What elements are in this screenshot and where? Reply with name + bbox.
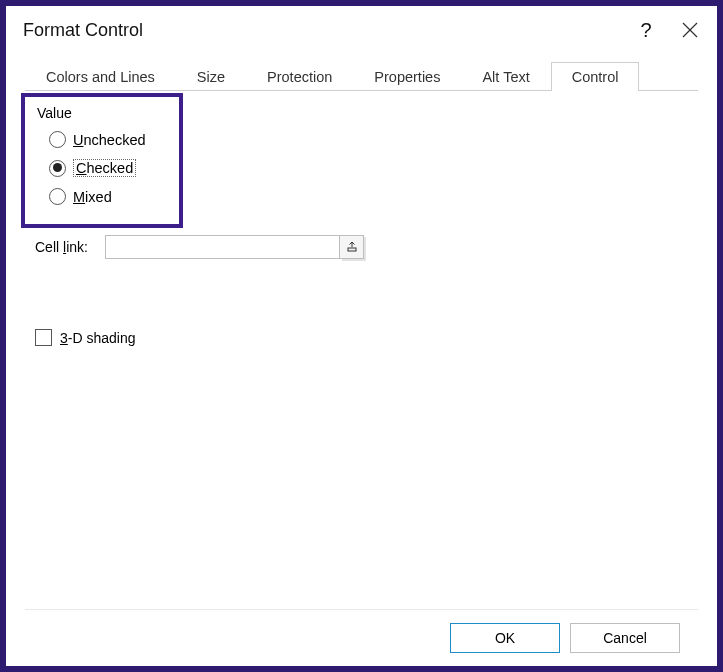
- value-section-label: Value: [35, 105, 692, 121]
- cell-link-row: Cell link:: [31, 235, 692, 259]
- close-button[interactable]: [668, 10, 712, 50]
- value-section: Value Unchecked Checked Mixed: [31, 101, 692, 205]
- radio-checked[interactable]: Checked: [49, 159, 692, 177]
- refedit-button[interactable]: [340, 235, 364, 259]
- tab-control[interactable]: Control: [551, 62, 640, 91]
- close-icon: [682, 22, 698, 38]
- refedit-icon: [346, 241, 358, 253]
- cell-link-input[interactable]: [105, 235, 340, 259]
- radio-input-icon: [49, 160, 66, 177]
- shading-label: 3-D shading: [60, 330, 136, 346]
- radio-unchecked[interactable]: Unchecked: [49, 131, 692, 148]
- tab-content-control: Value Unchecked Checked Mixed: [25, 91, 698, 609]
- cancel-button[interactable]: Cancel: [570, 623, 680, 653]
- radio-input-icon: [49, 188, 66, 205]
- tab-properties[interactable]: Properties: [353, 62, 461, 91]
- radio-input-icon: [49, 131, 66, 148]
- radio-checked-label: Checked: [73, 159, 136, 177]
- shading-row[interactable]: 3-D shading: [31, 329, 692, 346]
- tab-strip: Colors and Lines Size Protection Propert…: [25, 59, 698, 91]
- dialog-footer: OK Cancel: [25, 609, 698, 665]
- radio-unchecked-label: Unchecked: [73, 132, 146, 148]
- radio-mixed-label: Mixed: [73, 189, 112, 205]
- tab-colors-and-lines[interactable]: Colors and Lines: [25, 62, 176, 91]
- cell-link-label: Cell link:: [35, 239, 105, 255]
- dialog-body: Colors and Lines Size Protection Propert…: [7, 53, 716, 665]
- ok-button[interactable]: OK: [450, 623, 560, 653]
- value-radio-group: Unchecked Checked Mixed: [35, 131, 692, 205]
- format-control-dialog: Format Control ? Colors and Lines Size P…: [6, 6, 717, 666]
- tab-protection[interactable]: Protection: [246, 62, 353, 91]
- tab-size[interactable]: Size: [176, 62, 246, 91]
- titlebar: Format Control ?: [7, 7, 716, 53]
- dialog-title: Format Control: [23, 20, 624, 41]
- checkbox-icon: [35, 329, 52, 346]
- radio-mixed[interactable]: Mixed: [49, 188, 692, 205]
- help-icon: ?: [640, 19, 651, 42]
- tab-alt-text[interactable]: Alt Text: [461, 62, 550, 91]
- help-button[interactable]: ?: [624, 10, 668, 50]
- svg-rect-2: [348, 248, 356, 251]
